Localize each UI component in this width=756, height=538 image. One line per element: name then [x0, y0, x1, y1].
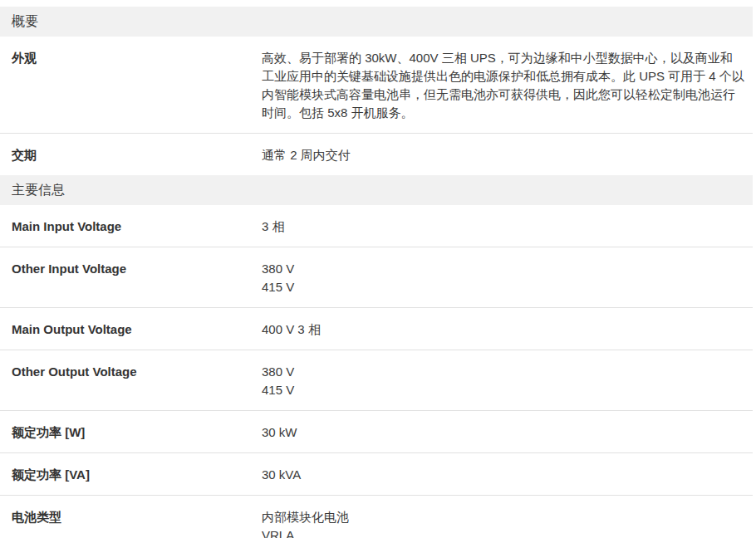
spec-label: Main Input Voltage: [0, 218, 262, 236]
section-header-overview: 概要: [0, 7, 753, 37]
spec-value-line: 3 相: [262, 218, 744, 236]
spec-label: 交期: [0, 146, 262, 164]
section-title: 主要信息: [12, 182, 65, 199]
spec-label: Other Input Voltage: [0, 260, 262, 278]
section-title: 概要: [12, 13, 38, 31]
spec-label: Main Output Voltage: [0, 320, 262, 339]
spec-label: 电池类型: [0, 508, 262, 526]
spec-row-battery-type: 电池类型 内部模块化电池 VRLA: [0, 495, 753, 538]
spec-value-line: VRLA: [262, 526, 744, 538]
section-rows-overview: 外观 高效、易于部署的 30kW、400V 三相 UPS，可为边缘和中小型数据中…: [0, 37, 753, 175]
spec-label: 外观: [0, 49, 262, 67]
spec-value: 30 kW: [262, 423, 753, 442]
spec-label: 额定功率 [VA]: [0, 466, 262, 484]
spec-value: 内部模块化电池 VRLA: [262, 508, 753, 538]
spec-value: 高效、易于部署的 30kW、400V 三相 UPS，可为边缘和中小型数据中心，以…: [262, 49, 753, 122]
spec-value-line: 高效、易于部署的 30kW、400V 三相 UPS，可为边缘和中小型数据中心，以…: [262, 49, 744, 122]
spec-row-rated-power-w: 额定功率 [W] 30 kW: [0, 410, 753, 452]
spec-value-line: 380 V: [262, 363, 744, 381]
spec-value: 400 V 3 相: [262, 320, 753, 339]
product-spec-table: 概要 外观 高效、易于部署的 30kW、400V 三相 UPS，可为边缘和中小型…: [0, 7, 753, 538]
spec-value-line: 30 kVA: [262, 466, 744, 484]
spec-value-line: 380 V: [262, 260, 744, 278]
spec-label: Other Output Voltage: [0, 363, 262, 381]
spec-value-line: 30 kW: [262, 423, 744, 442]
spec-row-appearance: 外观 高效、易于部署的 30kW、400V 三相 UPS，可为边缘和中小型数据中…: [0, 37, 753, 133]
spec-value: 380 V 415 V: [262, 260, 753, 296]
spec-value-line: 415 V: [262, 381, 744, 399]
spec-label: 额定功率 [W]: [0, 423, 262, 442]
spec-value-line: 400 V 3 相: [262, 320, 744, 339]
spec-row-main-output-voltage: Main Output Voltage 400 V 3 相: [0, 307, 753, 350]
spec-value-line: 415 V: [262, 278, 744, 296]
spec-row-other-output-voltage: Other Output Voltage 380 V 415 V: [0, 350, 753, 410]
spec-value-line: 内部模块化电池: [262, 508, 744, 526]
spec-row-delivery: 交期 通常 2 周内交付: [0, 133, 753, 175]
section-header-main-info: 主要信息: [0, 175, 753, 205]
spec-value: 通常 2 周内交付: [262, 146, 753, 164]
spec-row-other-input-voltage: Other Input Voltage 380 V 415 V: [0, 247, 753, 307]
spec-row-main-input-voltage: Main Input Voltage 3 相: [0, 205, 753, 247]
spec-row-rated-power-va: 额定功率 [VA] 30 kVA: [0, 452, 753, 495]
spec-value: 380 V 415 V: [262, 363, 753, 399]
section-rows-main-info: Main Input Voltage 3 相 Other Input Volta…: [0, 205, 753, 538]
spec-value: 3 相: [262, 218, 753, 236]
spec-value: 30 kVA: [262, 466, 753, 484]
spec-value-line: 通常 2 周内交付: [262, 146, 744, 164]
